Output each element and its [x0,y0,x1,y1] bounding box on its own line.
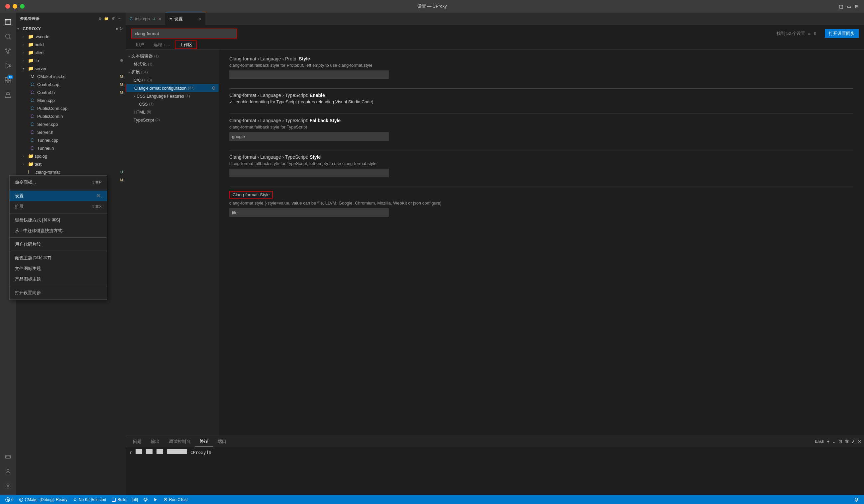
minimize-button[interactable] [13,4,17,9]
tab-user[interactable]: 用户 [131,40,149,49]
maximize-button[interactable] [20,4,25,9]
sort-icon[interactable]: ⬆ [813,31,817,36]
tab-remote[interactable]: 远程：... [149,40,175,49]
activity-settings-gear[interactable] [1,479,15,493]
terminal-up-icon[interactable]: ∧ [852,439,855,444]
tree-item-client[interactable]: › 📁 client [16,48,125,57]
tree-item-control-h[interactable]: C Control.h M [16,88,125,96]
menu-item-keyboard[interactable]: 键盘快捷方式 [⌘K ⌘S] [10,215,107,225]
tab-ports[interactable]: 端口 [213,436,231,447]
nav-gear-icon[interactable]: ⚙ [212,85,216,91]
status-build[interactable]: Build [109,495,129,504]
terminal-close-icon[interactable]: ✕ [858,439,861,444]
refresh-icon[interactable]: ↺ [112,16,115,21]
extensions-badge: 10 [7,75,13,79]
tree-item-clang-format[interactable]: ! .clang-format U [16,168,125,176]
activity-testing[interactable] [1,88,15,102]
terminal-layout-icon[interactable]: ⊡ [838,439,842,444]
status-run-ctest[interactable]: Run CTest [160,495,190,504]
tree-item-vscode[interactable]: › 📁 .vscode [16,33,125,40]
tree-item-spdlog[interactable]: › 📁 spdlog [16,152,125,160]
status-all[interactable]: [all] [129,495,141,504]
tree-item-build[interactable]: › 📁 build [16,40,125,48]
terminal-add-icon[interactable]: + [827,439,829,444]
activity-run[interactable] [1,59,15,72]
root-sync-icon[interactable]: ↻ [119,26,123,31]
tree-item-server-h[interactable]: C Server.h [16,128,125,136]
status-error-count[interactable]: ✕ 0 [3,495,16,504]
menu-item-settings[interactable]: 设置 ⌘, [10,190,107,201]
tab-workspace[interactable]: 工作区 [175,40,197,49]
tree-item-main-cpp[interactable]: C Main.cpp [16,96,125,104]
status-gear-icon[interactable] [141,495,151,504]
activity-source-control[interactable] [1,45,15,58]
nav-item-cpp[interactable]: C/C++ (3) [125,76,219,84]
nav-item-text-editor[interactable]: ▾ 文本编辑器 (1) [125,52,219,60]
menu-item-file-icon[interactable]: 文件图标主题 [10,263,107,274]
tree-item-test[interactable]: › 📁 test [16,160,125,168]
tree-item-server-cpp[interactable]: C Server.cpp [16,120,125,128]
layout2-icon[interactable]: ▭ [847,4,851,9]
activity-account[interactable] [1,465,15,478]
status-cmake-ready[interactable]: i CMake: [Debug]: Ready [16,495,70,504]
tree-item-tunnel-h[interactable]: C Tunnel.h [16,144,125,152]
tab-problems[interactable]: 问题 [128,436,146,447]
activity-search[interactable] [1,30,15,43]
nav-item-css-features[interactable]: ▾ CSS Language Features (1) [125,92,219,100]
tab-debug-console[interactable]: 调试控制台 [164,436,195,447]
settings-panel: 找到 52 个设置 ≡ ⬆ 打开设置同步 用户 远程：... 工作区 [125,25,864,435]
proto-style-input[interactable] [229,70,389,79]
ts-style-input[interactable] [229,169,389,177]
menu-item-migrate[interactable]: 从 - 中迁移键盘快捷方式... [10,225,107,236]
tree-item-publicconn-cpp[interactable]: C PublicConn.cpp [16,104,125,112]
nav-item-css[interactable]: CSS (1) [125,100,219,108]
settings-search-input[interactable] [131,28,237,38]
tab-settings[interactable]: ≡ 设置 × [166,13,205,25]
menu-item-sync[interactable]: 打开设置同步 [10,287,107,298]
menu-item-command-palette[interactable]: 命令面板... ⇧⌘P [10,177,107,188]
close-button[interactable] [5,4,10,9]
ts-enable-label: enable formatting for TypeScript (requir… [236,99,373,104]
nav-item-format[interactable]: 格式化 (1) [125,60,219,68]
nav-item-html[interactable]: HTML (8) [125,108,219,116]
activity-remote[interactable] [1,450,15,464]
tree-item-control-cpp[interactable]: C Control.cpp M [16,81,125,88]
root-badge: ■ [116,27,118,30]
clang-style-input[interactable] [229,208,389,217]
tree-root[interactable]: ▾ CPROXY ■ ↻ [16,25,125,33]
menu-item-color-theme[interactable]: 颜色主题 [⌘K ⌘T] [10,253,107,263]
terminal-trash-icon[interactable]: 🗑 [845,439,849,444]
terminal-body[interactable]: r CProxy]$ [125,447,864,495]
activity-extensions[interactable]: 10 [1,74,15,87]
terminal-split-icon[interactable]: ⌄ [832,439,836,444]
menu-item-product-icon[interactable]: 产品图标主题 [10,274,107,284]
more-actions-icon[interactable]: ··· [118,16,122,21]
status-run-icon[interactable] [151,495,160,504]
tab-terminal[interactable]: 终端 [195,436,213,447]
layout-icon[interactable]: ◫ [839,4,843,9]
nav-item-extensions[interactable]: ▾ 扩展 (51) [125,68,219,76]
fullscreen-icon[interactable]: ⊞ [855,4,859,9]
nav-item-typescript[interactable]: TypeScript (2) [125,116,219,124]
status-no-kit[interactable]: No Kit Selected [70,495,109,504]
tree-item-publicconn-h[interactable]: C PublicConn.h [16,112,125,120]
nav-item-clang-format[interactable]: Clang-Format configuration (37) ⚙ [125,84,219,92]
menu-item-snippets[interactable]: 用户代码片段 [10,239,107,250]
tree-item-tunnel-cpp[interactable]: C Tunnel.cpp [16,136,125,144]
menu-item-extensions[interactable]: 扩展 ⇧⌘X [10,201,107,212]
tab-settings-close-icon[interactable]: × [199,16,201,22]
new-folder-icon[interactable]: 📁 [104,16,109,21]
tab-close-icon[interactable]: × [158,16,161,22]
status-notifications[interactable] [851,497,861,502]
tree-item-lib[interactable]: › 📁 lib [16,57,125,64]
tab-output[interactable]: 输出 [146,436,164,447]
tree-item-server[interactable]: ▾ 📁 server [16,64,125,72]
window-controls[interactable] [5,4,25,9]
filter-icon[interactable]: ≡ [808,31,811,36]
open-sync-button[interactable]: 打开设置同步 [825,29,859,38]
tab-test-cpp[interactable]: C test.cpp U × [125,13,166,25]
new-file-icon[interactable]: ⊕ [98,16,102,21]
ts-fallback-input[interactable] [229,132,389,141]
tree-item-cmakelists[interactable]: M CMakeLists.txt M [16,72,125,81]
activity-explorer[interactable] [1,15,15,28]
